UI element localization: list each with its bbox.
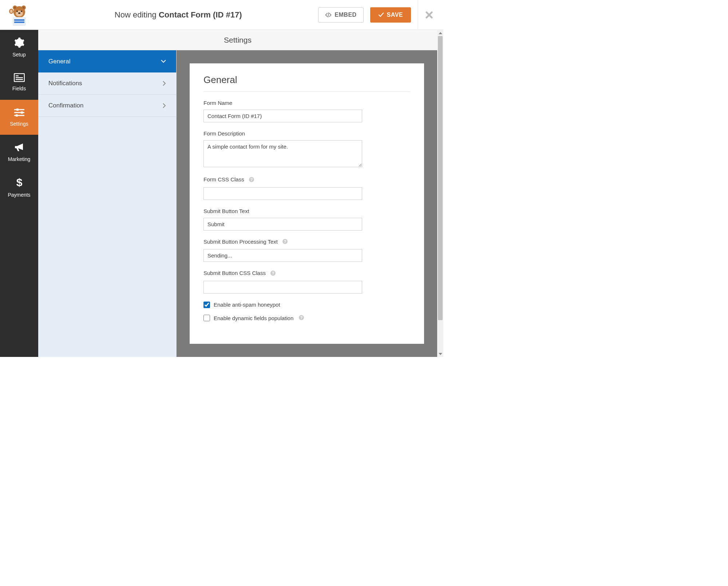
svg-rect-12 xyxy=(14,19,24,21)
settings-panel: General Form Name Form Description Form … xyxy=(190,63,424,344)
nav-setup[interactable]: Setup xyxy=(0,30,38,65)
field-form-css: Form CSS Class ? xyxy=(203,176,410,200)
svg-text:$: $ xyxy=(16,177,22,188)
save-button[interactable]: SAVE xyxy=(370,7,411,23)
chevron-right-icon xyxy=(162,103,166,108)
top-header: Now editing Contact Form (ID #17) EMBED … xyxy=(0,0,443,30)
nav-fields[interactable]: Fields xyxy=(0,65,38,100)
svg-rect-13 xyxy=(14,21,24,23)
list-icon xyxy=(14,73,25,82)
top-buttons: EMBED SAVE xyxy=(318,7,418,23)
dynamic-label: Enable dynamic fields population xyxy=(214,315,293,321)
svg-point-8 xyxy=(18,12,20,14)
form-desc-input[interactable] xyxy=(203,140,362,167)
submit-text-label: Submit Button Text xyxy=(203,208,410,214)
form-title: Contact Form (ID #17) xyxy=(159,10,242,19)
svg-rect-17 xyxy=(16,79,23,80)
scroll-up-icon[interactable] xyxy=(437,30,443,36)
settings-tabs: General Notifications Confirmation xyxy=(38,50,177,357)
dynamic-row: Enable dynamic fields population ? xyxy=(203,315,410,322)
chevron-right-icon xyxy=(162,81,166,86)
check-icon xyxy=(378,12,384,17)
form-desc-label: Form Description xyxy=(203,130,410,137)
svg-rect-23 xyxy=(16,114,18,117)
svg-rect-21 xyxy=(21,111,23,114)
dollar-icon: $ xyxy=(16,177,23,188)
form-css-input[interactable] xyxy=(203,187,362,200)
close-button[interactable] xyxy=(418,0,436,30)
form-name-input[interactable] xyxy=(203,110,362,122)
layout: Setup Fields Settings Marketing $ Paymen… xyxy=(0,30,443,357)
left-nav: Setup Fields Settings Marketing $ Paymen… xyxy=(0,30,38,357)
code-icon xyxy=(325,12,332,17)
help-icon[interactable]: ? xyxy=(249,177,254,184)
embed-button[interactable]: EMBED xyxy=(318,7,363,23)
nav-marketing[interactable]: Marketing xyxy=(0,135,38,170)
svg-text:?: ? xyxy=(250,177,253,182)
right-pane: Settings General Notifications Confirmat… xyxy=(38,30,443,357)
help-icon[interactable]: ? xyxy=(270,271,276,277)
svg-point-4 xyxy=(23,7,25,9)
scrollbar[interactable] xyxy=(437,30,443,357)
svg-rect-16 xyxy=(16,77,23,78)
svg-point-7 xyxy=(21,11,22,12)
field-submit-css: Submit Button CSS Class ? xyxy=(203,270,410,294)
svg-rect-15 xyxy=(16,75,19,76)
help-icon[interactable]: ? xyxy=(298,315,304,322)
page-title: Now editing Contact Form (ID #17) xyxy=(38,10,318,20)
submit-css-input[interactable] xyxy=(203,281,362,294)
submit-css-label: Submit Button CSS Class ? xyxy=(203,270,410,277)
dynamic-checkbox[interactable] xyxy=(203,315,210,321)
now-editing-prefix: Now editing xyxy=(115,10,159,19)
scrollbar-thumb[interactable] xyxy=(438,36,443,320)
tab-confirmation[interactable]: Confirmation xyxy=(38,95,176,117)
bullhorn-icon xyxy=(13,142,25,153)
submit-processing-label: Submit Button Processing Text ? xyxy=(203,239,410,246)
close-icon xyxy=(425,11,433,19)
gear-icon xyxy=(14,37,25,48)
submit-processing-input[interactable] xyxy=(203,249,362,262)
chevron-down-icon xyxy=(161,60,166,63)
scroll-down-icon[interactable] xyxy=(437,351,443,357)
nav-settings[interactable]: Settings xyxy=(0,100,38,135)
form-css-label: Form CSS Class ? xyxy=(203,176,410,184)
field-submit-text: Submit Button Text xyxy=(203,208,410,231)
tab-notifications[interactable]: Notifications xyxy=(38,72,176,95)
svg-point-3 xyxy=(14,7,16,9)
field-form-name: Form Name xyxy=(203,100,410,122)
form-name-label: Form Name xyxy=(203,100,410,106)
panel-heading: General xyxy=(203,74,410,92)
help-icon[interactable]: ? xyxy=(282,239,288,245)
svg-point-6 xyxy=(16,11,18,12)
submit-text-input[interactable] xyxy=(203,218,362,231)
svg-point-10 xyxy=(10,9,12,13)
field-submit-processing: Submit Button Processing Text ? xyxy=(203,239,410,262)
svg-text:?: ? xyxy=(272,271,274,275)
honeypot-label: Enable anti-spam honeypot xyxy=(214,302,280,308)
svg-text:?: ? xyxy=(284,239,286,244)
settings-body: General Notifications Confirmation Gener… xyxy=(38,50,437,357)
nav-payments[interactable]: $ Payments xyxy=(0,170,38,205)
honeypot-checkbox[interactable] xyxy=(203,302,210,308)
field-form-description: Form Description xyxy=(203,130,410,168)
sliders-icon xyxy=(13,108,25,117)
logo xyxy=(0,0,38,30)
section-title: Settings xyxy=(38,30,437,50)
svg-rect-19 xyxy=(16,109,19,111)
honeypot-row: Enable anti-spam honeypot xyxy=(203,302,410,308)
canvas: General Form Name Form Description Form … xyxy=(177,50,437,357)
tab-general[interactable]: General xyxy=(38,50,176,72)
svg-text:?: ? xyxy=(300,315,303,320)
